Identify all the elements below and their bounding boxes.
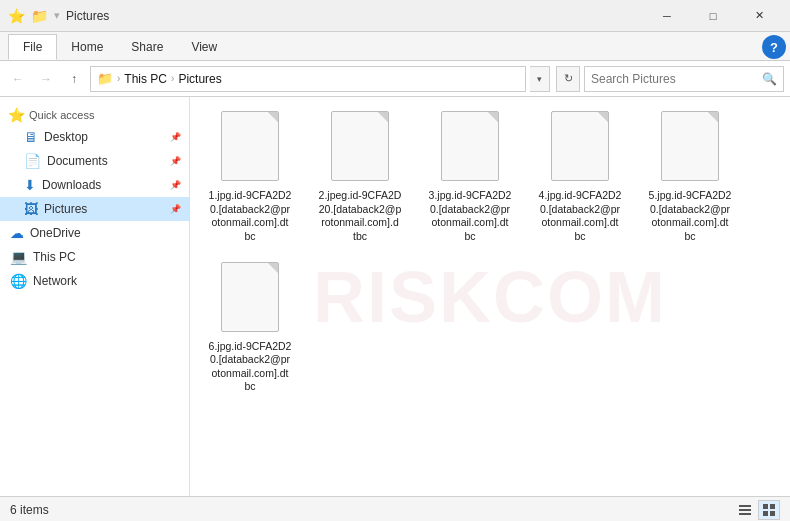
view-controls <box>734 500 780 520</box>
tab-home[interactable]: Home <box>57 34 117 60</box>
main-layout: ⭐ Quick access 🖥 Desktop 📌 📄 Documents 📌… <box>0 97 790 496</box>
svg-rect-6 <box>770 511 775 516</box>
grid-view-button[interactable] <box>758 500 780 520</box>
file-name-2: 2.jpeg.id-9CFA2D20.[databack2@protonmail… <box>319 189 402 244</box>
list-view-icon <box>738 503 752 517</box>
file-page-5 <box>661 111 719 181</box>
folder-icon: 📁 <box>31 8 48 24</box>
sidebar-label-desktop: Desktop <box>44 130 88 144</box>
quick-access-icon: ⭐ <box>8 8 25 24</box>
content-area: RISKCOM 1.jpg.id-9CFA2D20.[databack2@pro… <box>190 97 790 496</box>
sidebar-item-documents[interactable]: 📄 Documents 📌 <box>0 149 189 173</box>
sidebar-label-pictures: Pictures <box>44 202 87 216</box>
file-page-4 <box>551 111 609 181</box>
search-input[interactable] <box>591 72 758 86</box>
svg-rect-4 <box>770 504 775 509</box>
tab-share[interactable]: Share <box>117 34 177 60</box>
file-name-6: 6.jpg.id-9CFA2D20.[databack2@protonmail.… <box>209 340 292 395</box>
path-pictures: Pictures <box>178 72 221 86</box>
sidebar-label-network: Network <box>33 274 77 288</box>
close-button[interactable]: ✕ <box>736 0 782 32</box>
thispc-icon: 💻 <box>10 249 27 265</box>
pin-icon-downloads: 📌 <box>170 180 181 190</box>
search-icon: 🔍 <box>762 72 777 86</box>
status-bar: 6 items <box>0 496 790 521</box>
address-dropdown[interactable]: ▾ <box>530 66 550 92</box>
file-icon-3 <box>438 111 502 185</box>
title-bar-left: ⭐ 📁 ▾ Pictures <box>8 8 109 24</box>
file-item-1[interactable]: 1.jpg.id-9CFA2D20.[databack2@protonmail.… <box>200 107 300 248</box>
onedrive-icon: ☁ <box>10 225 24 241</box>
file-page-2 <box>331 111 389 181</box>
forward-button[interactable]: → <box>34 67 58 91</box>
refresh-button[interactable]: ↻ <box>556 66 580 92</box>
pin-icon-documents: 📌 <box>170 156 181 166</box>
sidebar-item-network[interactable]: 🌐 Network <box>0 269 189 293</box>
svg-rect-0 <box>739 505 751 507</box>
maximize-button[interactable]: □ <box>690 0 736 32</box>
file-item-4[interactable]: 4.jpg.id-9CFA2D20.[databack2@protonmail.… <box>530 107 630 248</box>
file-page-3 <box>441 111 499 181</box>
network-icon: 🌐 <box>10 273 27 289</box>
title-bar: ⭐ 📁 ▾ Pictures ─ □ ✕ <box>0 0 790 32</box>
sidebar-item-pictures[interactable]: 🖼 Pictures 📌 <box>0 197 189 221</box>
title-separator: ▾ <box>54 9 60 22</box>
ribbon: File Home Share View ? <box>0 32 790 61</box>
file-page-6 <box>221 262 279 332</box>
title-controls: ─ □ ✕ <box>644 0 782 32</box>
list-view-button[interactable] <box>734 500 756 520</box>
file-name-1: 1.jpg.id-9CFA2D20.[databack2@protonmail.… <box>209 189 292 244</box>
tab-file[interactable]: File <box>8 34 57 60</box>
pin-icon-pictures: 📌 <box>170 204 181 214</box>
help-button[interactable]: ? <box>762 35 786 59</box>
file-icon-1 <box>218 111 282 185</box>
path-folder-icon: 📁 <box>97 71 113 86</box>
file-icon-4 <box>548 111 612 185</box>
sidebar-label-documents: Documents <box>47 154 108 168</box>
pin-icon-desktop: 📌 <box>170 132 181 142</box>
file-name-4: 4.jpg.id-9CFA2D20.[databack2@protonmail.… <box>539 189 622 244</box>
desktop-icon: 🖥 <box>24 129 38 145</box>
window-title: Pictures <box>66 9 109 23</box>
grid-view-icon <box>762 503 776 517</box>
files-grid: 1.jpg.id-9CFA2D20.[databack2@protonmail.… <box>200 107 780 398</box>
documents-icon: 📄 <box>24 153 41 169</box>
downloads-icon: ⬇ <box>24 177 36 193</box>
file-item-3[interactable]: 3.jpg.id-9CFA2D20.[databack2@protonmail.… <box>420 107 520 248</box>
file-item-5[interactable]: 5.jpg.id-9CFA2D20.[databack2@protonmail.… <box>640 107 740 248</box>
quick-access-header: ⭐ Quick access <box>0 103 189 125</box>
sidebar-item-downloads[interactable]: ⬇ Downloads 📌 <box>0 173 189 197</box>
up-button[interactable]: ↑ <box>62 67 86 91</box>
file-item-6[interactable]: 6.jpg.id-9CFA2D20.[databack2@protonmail.… <box>200 258 300 399</box>
file-icon-6 <box>218 262 282 336</box>
svg-rect-2 <box>739 513 751 515</box>
sidebar-label-onedrive: OneDrive <box>30 226 81 240</box>
svg-rect-1 <box>739 509 751 511</box>
file-item-2[interactable]: 2.jpeg.id-9CFA2D20.[databack2@protonmail… <box>310 107 410 248</box>
address-bar: ← → ↑ 📁 › This PC › Pictures ▾ ↻ 🔍 <box>0 61 790 97</box>
item-count: 6 items <box>10 503 49 517</box>
minimize-button[interactable]: ─ <box>644 0 690 32</box>
sidebar: ⭐ Quick access 🖥 Desktop 📌 📄 Documents 📌… <box>0 97 190 496</box>
tab-view[interactable]: View <box>177 34 231 60</box>
svg-rect-3 <box>763 504 768 509</box>
ribbon-tab-list: File Home Share View <box>4 32 762 60</box>
pictures-icon: 🖼 <box>24 201 38 217</box>
sidebar-label-downloads: Downloads <box>42 178 101 192</box>
file-name-3: 3.jpg.id-9CFA2D20.[databack2@protonmail.… <box>429 189 512 244</box>
sidebar-item-onedrive[interactable]: ☁ OneDrive <box>0 221 189 245</box>
svg-rect-5 <box>763 511 768 516</box>
file-icon-2 <box>328 111 392 185</box>
sidebar-item-thispc[interactable]: 💻 This PC <box>0 245 189 269</box>
file-name-5: 5.jpg.id-9CFA2D20.[databack2@protonmail.… <box>649 189 732 244</box>
path-this-pc: This PC <box>124 72 167 86</box>
file-icon-5 <box>658 111 722 185</box>
file-page-1 <box>221 111 279 181</box>
sidebar-label-thispc: This PC <box>33 250 76 264</box>
sidebar-item-desktop[interactable]: 🖥 Desktop 📌 <box>0 125 189 149</box>
search-box[interactable]: 🔍 <box>584 66 784 92</box>
back-button[interactable]: ← <box>6 67 30 91</box>
quick-access-star-icon: ⭐ <box>8 107 25 123</box>
address-path[interactable]: 📁 › This PC › Pictures <box>90 66 526 92</box>
